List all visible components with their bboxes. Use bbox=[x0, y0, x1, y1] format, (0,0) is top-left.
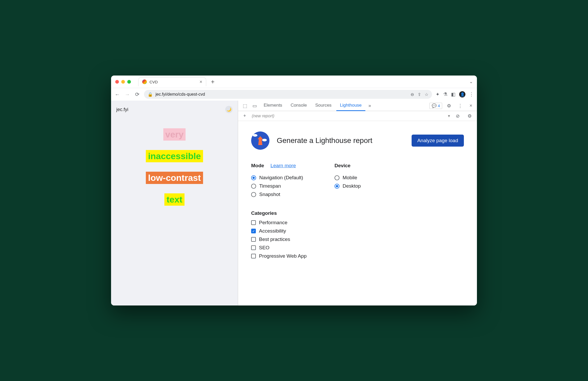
lighthouse-logo-icon bbox=[251, 131, 269, 150]
minimize-window-button[interactable] bbox=[121, 80, 125, 84]
close-window-button[interactable] bbox=[115, 80, 119, 84]
kebab-icon[interactable]: ⋮ bbox=[456, 103, 465, 109]
checkbox-icon: ✓ bbox=[251, 229, 256, 233]
device-option-1[interactable]: Desktop bbox=[335, 183, 361, 189]
lock-icon: 🔒 bbox=[148, 92, 153, 97]
checkbox-icon bbox=[251, 237, 256, 242]
favicon-icon bbox=[142, 79, 147, 84]
report-selector[interactable]: (new report) bbox=[252, 114, 444, 118]
category-label: SEO bbox=[259, 245, 269, 251]
mode-label: Timespan bbox=[259, 183, 281, 189]
bookmark-icon[interactable]: ☆ bbox=[425, 92, 428, 97]
device-toggle-icon[interactable]: ▭ bbox=[250, 103, 259, 109]
demo-word-4: text bbox=[164, 193, 184, 206]
radio-icon bbox=[335, 184, 339, 189]
radio-icon bbox=[251, 184, 256, 189]
category-option-2[interactable]: Best practices bbox=[251, 236, 464, 242]
share-icon[interactable]: ⇪ bbox=[418, 92, 421, 97]
settings-icon[interactable]: ⚙ bbox=[445, 103, 453, 109]
category-option-1[interactable]: ✓Accessibility bbox=[251, 228, 464, 234]
category-label: Progressive Web App bbox=[259, 253, 307, 259]
tab-console[interactable]: Console bbox=[287, 101, 310, 111]
tab-elements[interactable]: Elements bbox=[260, 101, 286, 111]
mode-label: Snapshot bbox=[259, 192, 280, 197]
panel-settings-icon[interactable]: ⚙ bbox=[465, 113, 474, 119]
menu-icon[interactable]: ⋮ bbox=[469, 91, 474, 97]
category-option-4[interactable]: Progressive Web App bbox=[251, 253, 464, 259]
mode-option-1[interactable]: Timespan bbox=[251, 183, 303, 189]
maximize-window-button[interactable] bbox=[127, 80, 131, 84]
categories-group: Categories Performance✓AccessibilityBest… bbox=[251, 210, 464, 259]
device-label: Desktop bbox=[343, 183, 361, 189]
issues-badge[interactable]: 💬 4 bbox=[429, 103, 442, 109]
device-label: Device bbox=[335, 163, 350, 169]
new-tab-button[interactable]: + bbox=[208, 78, 217, 85]
close-devtools-icon[interactable]: × bbox=[467, 103, 474, 108]
inspect-icon[interactable]: ⬚ bbox=[241, 103, 249, 109]
demo-word-1: very bbox=[163, 128, 186, 141]
dark-mode-toggle[interactable]: 🌙 bbox=[225, 106, 233, 113]
tab-sources[interactable]: Sources bbox=[312, 101, 335, 111]
window-controls bbox=[115, 80, 131, 84]
add-report-icon[interactable]: + bbox=[241, 113, 248, 119]
tab-lighthouse[interactable]: Lighthouse bbox=[336, 101, 365, 111]
zoom-out-icon[interactable]: ⊖ bbox=[411, 92, 414, 97]
category-label: Performance bbox=[259, 220, 287, 226]
device-option-0[interactable]: Mobile bbox=[335, 175, 361, 181]
page-brand: jec.fyi bbox=[116, 107, 128, 112]
lighthouse-subbar: + (new report) ▾ ⊘ ⚙ bbox=[238, 111, 477, 121]
devtools-panel: ⬚ ▭ Elements Console Sources Lighthouse … bbox=[238, 101, 477, 305]
radio-icon bbox=[251, 192, 256, 197]
clear-icon[interactable]: ⊘ bbox=[454, 113, 462, 119]
back-button[interactable]: ← bbox=[114, 91, 120, 97]
mode-group: Mode Learn more Navigation (Default)Time… bbox=[251, 163, 303, 200]
radio-icon bbox=[335, 175, 339, 180]
mode-label: Mode bbox=[251, 163, 264, 169]
category-label: Accessibility bbox=[259, 228, 286, 234]
url-text: jec.fyi/demo/cds-quest-cvd bbox=[155, 92, 205, 97]
labs-icon[interactable]: ⚗ bbox=[443, 91, 447, 97]
tabs-dropdown-icon[interactable]: ⌄ bbox=[469, 79, 473, 84]
report-dropdown-icon[interactable]: ▾ bbox=[448, 113, 450, 118]
profile-avatar[interactable]: 👤 bbox=[459, 91, 465, 97]
mode-option-2[interactable]: Snapshot bbox=[251, 192, 303, 197]
forward-button[interactable]: → bbox=[124, 91, 130, 97]
lighthouse-title: Generate a Lighthouse report bbox=[277, 136, 372, 145]
category-option-3[interactable]: SEO bbox=[251, 245, 464, 251]
checkbox-icon bbox=[251, 254, 256, 258]
tab-title: CVD bbox=[149, 80, 158, 84]
address-bar[interactable]: 🔒 jec.fyi/demo/cds-quest-cvd ⊖ ⇪ ☆ bbox=[144, 90, 432, 99]
device-label: Mobile bbox=[343, 175, 357, 181]
titlebar: CVD × + ⌄ bbox=[111, 76, 477, 88]
page-viewport: jec.fyi 🌙 very inaccessible low-contrast… bbox=[111, 101, 238, 305]
mode-option-0[interactable]: Navigation (Default) bbox=[251, 175, 303, 181]
category-label: Best practices bbox=[259, 236, 290, 242]
browser-tab[interactable]: CVD × bbox=[138, 77, 206, 86]
browser-toolbar: ← → ⟳ 🔒 jec.fyi/demo/cds-quest-cvd ⊖ ⇪ ☆… bbox=[111, 88, 477, 101]
demo-word-3: low-contrast bbox=[146, 172, 203, 184]
more-tabs-icon[interactable]: » bbox=[366, 103, 373, 108]
browser-window: CVD × + ⌄ ← → ⟳ 🔒 jec.fyi/demo/cds-quest… bbox=[111, 76, 477, 305]
learn-more-link[interactable]: Learn more bbox=[270, 163, 296, 168]
radio-icon bbox=[251, 175, 256, 180]
device-group: Device MobileDesktop bbox=[335, 163, 361, 200]
reload-button[interactable]: ⟳ bbox=[134, 91, 140, 97]
close-tab-icon[interactable]: × bbox=[199, 79, 202, 85]
checkbox-icon bbox=[251, 220, 256, 225]
checkbox-icon bbox=[251, 245, 256, 250]
devtools-tabbar: ⬚ ▭ Elements Console Sources Lighthouse … bbox=[238, 101, 477, 111]
category-option-0[interactable]: Performance bbox=[251, 220, 464, 226]
categories-label: Categories bbox=[251, 210, 464, 216]
sidepanel-icon[interactable]: ◧ bbox=[451, 91, 456, 97]
demo-word-2: inaccessible bbox=[146, 150, 203, 162]
analyze-button[interactable]: Analyze page load bbox=[412, 135, 464, 147]
mode-label: Navigation (Default) bbox=[259, 175, 303, 181]
extensions-icon[interactable]: ✦ bbox=[436, 91, 440, 97]
lighthouse-panel: Generate a Lighthouse report Analyze pag… bbox=[238, 121, 477, 305]
